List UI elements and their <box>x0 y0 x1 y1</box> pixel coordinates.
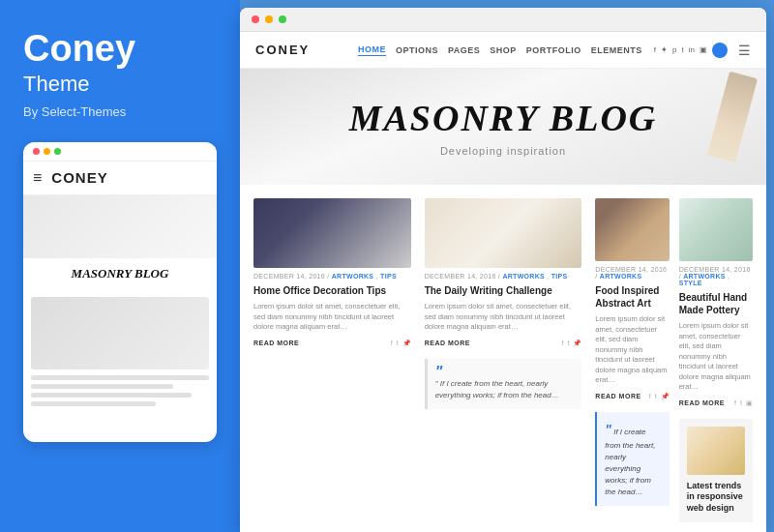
instagram-icon[interactable]: ✦ <box>661 45 668 54</box>
share-icon-2[interactable]: f <box>561 340 563 347</box>
quote-block: " " If I create from the heart, nearly e… <box>425 359 582 410</box>
post-date-4: DECEMBER 14, 2016 <box>679 266 751 273</box>
post-footer-3: READ MORE f t 📌 <box>595 393 669 400</box>
blog-post-3: DECEMBER 14, 2016 / ARTWORKS Food Inspir… <box>595 198 669 400</box>
read-more-3[interactable]: READ MORE <box>595 393 640 399</box>
site-logo: CONEY <box>255 43 310 57</box>
post-image-2 <box>425 198 582 268</box>
user-avatar[interactable] <box>712 43 728 58</box>
site-hero: MASONRY BLOG Developing inspiration <box>240 69 766 185</box>
post-tag-style-4[interactable]: STYLE <box>679 280 702 286</box>
theme-by: By Select-Themes <box>23 104 217 119</box>
nav-elements[interactable]: ELEMENTS <box>591 45 642 55</box>
twitter-share-4[interactable]: t <box>740 399 742 407</box>
mobile-dot-yellow <box>44 148 50 155</box>
post-title-1: Home Office Decoration Tips <box>253 284 411 297</box>
blog-column-2: DECEMBER 14, 2016 / ARTWORKS , TIPS The … <box>425 198 582 522</box>
post-image-4 <box>679 198 753 261</box>
quote-text: " If I create from the heart, nearly eve… <box>435 378 575 401</box>
nav-social: f ✦ p t in ▣ ☰ <box>654 43 751 58</box>
post-social-2: f t 📌 <box>561 340 581 347</box>
post-tag-artworks-1[interactable]: ARTWORKS <box>332 273 374 280</box>
blog-post-2: DECEMBER 14, 2016 / ARTWORKS , TIPS The … <box>425 198 582 347</box>
mobile-blog-section: MASONRY BLOG <box>23 258 217 289</box>
post-meta-1: DECEMBER 14, 2016 / ARTWORKS , TIPS <box>253 273 411 280</box>
blog-column-3b: DECEMBER 14, 2016 / ARTWORKS , STYLE Bea… <box>679 198 753 522</box>
mobile-dot-green <box>54 148 61 155</box>
share-icon-1[interactable]: f <box>391 340 393 347</box>
mobile-blog-title: MASONRY BLOG <box>31 266 209 281</box>
post-date-3: DECEMBER 14, 2016 <box>595 266 667 273</box>
post-title-3: Food Inspired Abstract Art <box>595 284 669 310</box>
read-more-4[interactable]: READ MORE <box>679 399 725 406</box>
facebook-icon[interactable]: f <box>654 45 656 54</box>
nav-portfolio[interactable]: PORTFOLIO <box>526 45 581 55</box>
mobile-content <box>23 289 217 418</box>
nav-options[interactable]: OPTIONS <box>396 45 438 55</box>
post-tag-artworks-2[interactable]: ARTWORKS <box>502 273 545 280</box>
post-image-1 <box>253 198 411 268</box>
twitter-share-1[interactable]: t <box>397 340 399 347</box>
post-title-4: Beautiful Hand Made Pottery <box>679 291 753 316</box>
post-excerpt-3: Lorem ipsum dolor sit amet, consectetuer… <box>595 314 669 386</box>
blog-post-1: DECEMBER 14, 2016 / ARTWORKS , TIPS Home… <box>253 198 411 347</box>
mobile-text-1 <box>31 375 209 380</box>
post-footer-1: READ MORE f t 📌 <box>253 340 411 347</box>
hero-subtitle: Developing inspiration <box>440 145 566 157</box>
nav-home[interactable]: HOME <box>358 44 386 56</box>
read-more-2[interactable]: READ MORE <box>425 340 470 346</box>
twitter-icon[interactable]: t <box>682 45 684 54</box>
browser-dot-green <box>279 15 286 23</box>
blog-post-col3-quote: " If I create from the heart, nearly eve… <box>595 412 669 506</box>
latest-title: Latest trends in responsive web design <box>687 481 745 515</box>
mobile-text-2 <box>31 384 173 389</box>
mobile-nav: ≡ CONEY <box>23 162 217 195</box>
post-tag-tips-1[interactable]: TIPS <box>380 273 397 280</box>
pinterest-icon[interactable]: p <box>672 45 676 54</box>
rss-icon[interactable]: ▣ <box>700 45 707 54</box>
post-excerpt-1: Lorem ipsum dolor sit amet, consectetuer… <box>253 302 411 333</box>
quote-mark: " <box>435 367 575 379</box>
share-icon-3[interactable]: f <box>649 393 651 400</box>
post-excerpt-4: Lorem ipsum dolor sit amet, consectetuer… <box>679 321 753 393</box>
post-excerpt-2: Lorem ipsum dolor sit amet, consectetuer… <box>425 302 582 333</box>
twitter-share-2[interactable]: t <box>567 340 569 347</box>
post-date-2: DECEMBER 14, 2016 <box>425 273 496 280</box>
left-panel: Coney Theme By Select-Themes ≡ CONEY MAS… <box>0 0 240 532</box>
nav-shop[interactable]: SHOP <box>490 45 517 55</box>
mobile-content-img <box>31 297 209 369</box>
latest-block: Latest trends in responsive web design <box>679 419 753 522</box>
pin-share-1[interactable]: 📌 <box>402 340 411 347</box>
browser-panel: CONEY HOME OPTIONS PAGES SHOP PORTFOLIO … <box>240 8 766 532</box>
post-image-3 <box>595 198 669 261</box>
post-tag-artworks-3[interactable]: ARTWORKS <box>600 273 642 280</box>
mobile-dots <box>33 148 61 155</box>
pin-share-2[interactable]: 📌 <box>573 340 581 347</box>
post-social-4: f t ▣ <box>734 399 753 407</box>
latest-image <box>687 427 745 475</box>
nav-pages[interactable]: PAGES <box>448 45 480 55</box>
post-social-1: f t 📌 <box>391 340 411 347</box>
post-tag-artworks-4[interactable]: ARTWORKS <box>683 273 726 280</box>
site-nav: CONEY HOME OPTIONS PAGES SHOP PORTFOLIO … <box>240 32 766 69</box>
col3-quote-mark: " <box>605 422 611 437</box>
twitter-share-3[interactable]: t <box>655 393 657 400</box>
blog-post-4: DECEMBER 14, 2016 / ARTWORKS , STYLE Bea… <box>679 198 753 407</box>
linkedin-icon[interactable]: in <box>689 45 695 54</box>
post-title-2: The Daily Writing Challenge <box>425 284 582 297</box>
read-more-1[interactable]: READ MORE <box>253 340 299 346</box>
post-date-1: DECEMBER 14, 2016 <box>253 273 325 280</box>
mobile-text-3 <box>31 393 192 398</box>
post-meta-3: DECEMBER 14, 2016 / ARTWORKS <box>595 266 669 280</box>
pin-share-4[interactable]: ▣ <box>746 399 753 407</box>
share-icon-4[interactable]: f <box>734 399 736 407</box>
nav-links: HOME OPTIONS PAGES SHOP PORTFOLIO ELEMEN… <box>358 44 642 56</box>
nav-menu-icon[interactable]: ☰ <box>738 43 751 58</box>
mobile-preview: ≡ CONEY MASONRY BLOG <box>23 142 217 442</box>
pin-share-3[interactable]: 📌 <box>661 393 670 400</box>
post-tag-tips-2[interactable]: TIPS <box>551 273 568 280</box>
browser-dot-red <box>252 15 259 23</box>
hamburger-icon: ≡ <box>33 169 42 187</box>
post-meta-4: DECEMBER 14, 2016 / ARTWORKS , STYLE <box>679 266 753 286</box>
post-footer-2: READ MORE f t 📌 <box>425 340 582 347</box>
